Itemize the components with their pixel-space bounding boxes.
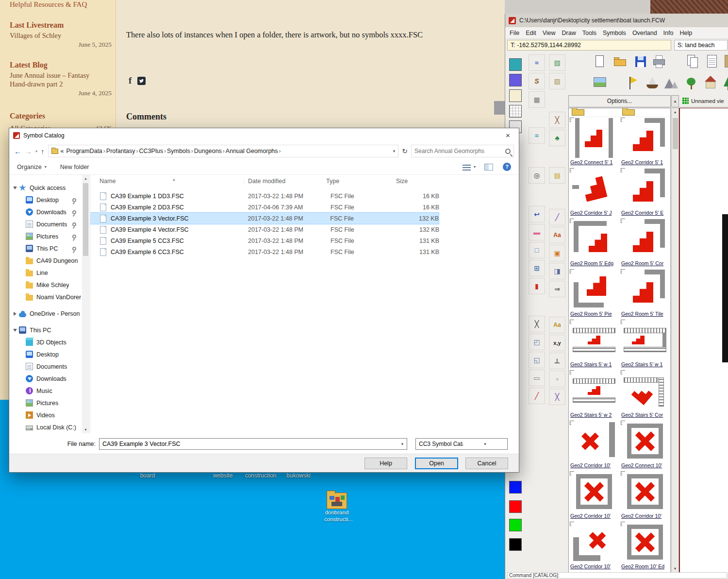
- symbol-cell[interactable]: Geo2 Room 5' Tile: [620, 269, 670, 319]
- symbol-label[interactable]: Geo2 Stairs 5' w 1: [569, 360, 619, 367]
- new-folder-button[interactable]: New folder: [60, 164, 89, 170]
- palette-color[interactable]: [509, 58, 522, 71]
- open-button[interactable]: Open: [415, 458, 458, 469]
- scale-tool-icon[interactable]: ╳: [529, 316, 545, 332]
- detail-box-icon[interactable]: ▫: [549, 371, 565, 387]
- tree-icon[interactable]: [721, 74, 728, 93]
- symbol-cell[interactable]: Geo2 Stairs 5' w 1: [620, 319, 670, 370]
- zoom-window-icon[interactable]: ◎: [529, 167, 545, 184]
- file-row[interactable]: CA39 Example 5 CC3.FSC 2017-03-22 1:48 P…: [90, 235, 518, 246]
- nav-item[interactable]: Local Disk (C:): [9, 421, 82, 433]
- select-add-icon[interactable]: ⊞: [529, 260, 545, 276]
- notes-icon[interactable]: [703, 52, 722, 72]
- desktop-folder-donbrand[interactable]: donbrand constructi...: [324, 493, 349, 523]
- align-edge-icon[interactable]: ⇒: [549, 281, 565, 297]
- paste-region-icon[interactable]: ◱: [529, 352, 545, 368]
- file-row[interactable]: CA39 Example 1 DD3.FSC 2017-03-22 1:48 P…: [90, 190, 518, 202]
- desktop-icon-label[interactable]: construction: [245, 472, 277, 479]
- symbol-cell[interactable]: Geo2 Corridor 5' E: [620, 168, 670, 218]
- desktop-icon-label[interactable]: bukowski: [286, 472, 310, 479]
- nav-item[interactable]: Mike Schley: [9, 279, 82, 291]
- nav-item[interactable]: This PC: [9, 242, 82, 255]
- cc3-titlebar[interactable]: C:\Users\danjr\Desktop\city settlement\b…: [505, 14, 728, 27]
- view-tab[interactable]: Unnamed vie: [680, 95, 728, 107]
- scrollbar-thumb[interactable]: [673, 118, 678, 149]
- nav-item[interactable]: Quick access: [9, 182, 82, 194]
- nav-item[interactable]: Noami VanDorer: [9, 291, 82, 303]
- search-input[interactable]: [414, 148, 502, 154]
- perpendicular-icon[interactable]: ⊥: [549, 353, 565, 369]
- faq-link[interactable]: Helpful Resources & FAQ: [10, 0, 112, 9]
- symbol-cell[interactable]: Geo2 Stairs 5' w 2: [569, 370, 619, 420]
- grid-overlay-icon[interactable]: ▦: [529, 91, 545, 108]
- symbol-label[interactable]: Geo2 Corridor 10': [569, 511, 619, 519]
- command-line[interactable]: Command [CATALOG]:: [507, 572, 727, 579]
- column-header-size[interactable]: Size: [396, 178, 440, 185]
- close-icon[interactable]: ×: [497, 128, 519, 143]
- livestream-link[interactable]: Villages of Schley: [10, 31, 112, 40]
- palette-color[interactable]: [509, 74, 522, 86]
- scrollbar-down-icon[interactable]: ▾: [672, 565, 678, 573]
- text-spacing-icon[interactable]: Aa: [549, 317, 565, 333]
- nav-scrollbar[interactable]: ▴ ▾: [82, 175, 89, 433]
- symbol-label[interactable]: Geo2 Room 5' Tile: [620, 309, 670, 317]
- nav-item[interactable]: Downloads: [9, 373, 82, 385]
- scrollbar-thumb[interactable]: [83, 183, 88, 256]
- coordinates-icon[interactable]: x,y: [549, 335, 565, 351]
- nav-item[interactable]: Desktop: [9, 194, 82, 206]
- breadcrumb-item[interactable]: Profantasy: [106, 148, 135, 154]
- view-dropdown-icon[interactable]: ▾: [474, 165, 476, 169]
- catalog-folder-icon[interactable]: [622, 109, 635, 116]
- column-header-date[interactable]: Date modified: [244, 178, 326, 185]
- nav-item[interactable]: This PC: [9, 324, 82, 336]
- construction-tools-icon[interactable]: ╳: [549, 112, 565, 128]
- menu-item[interactable]: Symbols: [603, 30, 626, 36]
- symbol-cell[interactable]: Geo2 Corridor 10': [569, 420, 619, 471]
- catalog-scroll-up-icon[interactable]: ▴: [671, 95, 679, 107]
- palette-color[interactable]: [509, 481, 522, 494]
- breadcrumb-item[interactable]: Annual Geomorphs: [226, 148, 278, 154]
- vegetation-tool-icon[interactable]: ♣: [549, 130, 565, 146]
- symbol-scrollbar[interactable]: ▴ ▾: [671, 108, 679, 573]
- breadcrumb-item[interactable]: Dungeons: [194, 148, 222, 154]
- options-button[interactable]: Options...: [568, 95, 671, 107]
- spray-tool-icon[interactable]: [682, 74, 700, 93]
- nav-item[interactable]: 3D Objects: [9, 336, 82, 348]
- symbol-label[interactable]: Geo2 Room 5' Pie: [569, 309, 619, 317]
- symbol-label[interactable]: Geo2 Corridor 10': [620, 511, 670, 519]
- symbol-label[interactable]: Geo2 Corridor 10': [569, 562, 619, 569]
- help-icon[interactable]: ?: [503, 163, 511, 171]
- nav-item[interactable]: Documents: [9, 360, 82, 373]
- symbol-cell[interactable]: Geo2 Corridor 10': [569, 521, 619, 572]
- select-rect-icon[interactable]: □: [529, 242, 545, 258]
- blog-link[interactable]: June Annual issue – Fantasy Hand-drawn p…: [10, 71, 102, 88]
- scrollbar-down-icon[interactable]: ▾: [82, 426, 89, 433]
- symbol-label[interactable]: Geo2 Corridor 5' 1: [620, 158, 670, 165]
- nav-item[interactable]: CA49 Dungeon: [9, 255, 82, 267]
- refresh-icon[interactable]: ↻: [402, 147, 408, 155]
- file-type-combo[interactable]: CC3 Symbol Catalogs, PNG files ▾: [415, 438, 508, 450]
- new-file-icon[interactable]: [591, 52, 609, 72]
- palette-color[interactable]: [509, 89, 522, 102]
- symbol-label[interactable]: Geo2 Room 5' Cor: [620, 259, 670, 266]
- mountain-icon[interactable]: [662, 74, 681, 93]
- column-header-name[interactable]: Name ▴: [99, 178, 248, 185]
- nav-item[interactable]: Line: [9, 267, 82, 279]
- menu-item[interactable]: Tools: [582, 30, 596, 36]
- nav-item[interactable]: Desktop: [9, 348, 82, 360]
- intersection-icon[interactable]: ╳: [549, 389, 565, 405]
- symbol-label[interactable]: Geo2 Connect 10': [620, 461, 670, 468]
- palette-color[interactable]: [509, 538, 522, 551]
- dynamite-icon[interactable]: ▮: [529, 278, 545, 294]
- organize-button[interactable]: Organize: [17, 164, 42, 170]
- breadcrumb-item[interactable]: ProgramData: [66, 148, 102, 154]
- menu-item[interactable]: Info: [663, 30, 674, 36]
- palette-color[interactable]: [509, 500, 522, 513]
- facebook-icon[interactable]: f: [129, 75, 132, 86]
- column-header-type[interactable]: Type: [326, 178, 396, 185]
- duplicate-sheet-icon[interactable]: [684, 52, 702, 72]
- file-row[interactable]: CA39 Example 4 Vector.FSC 2017-03-22 1:4…: [90, 224, 518, 235]
- breadcrumb-item[interactable]: CC3Plus: [139, 148, 163, 154]
- extract-icon[interactable]: ◨: [549, 263, 565, 279]
- symbol-cell[interactable]: Geo2 Room 10' Ed: [620, 521, 670, 572]
